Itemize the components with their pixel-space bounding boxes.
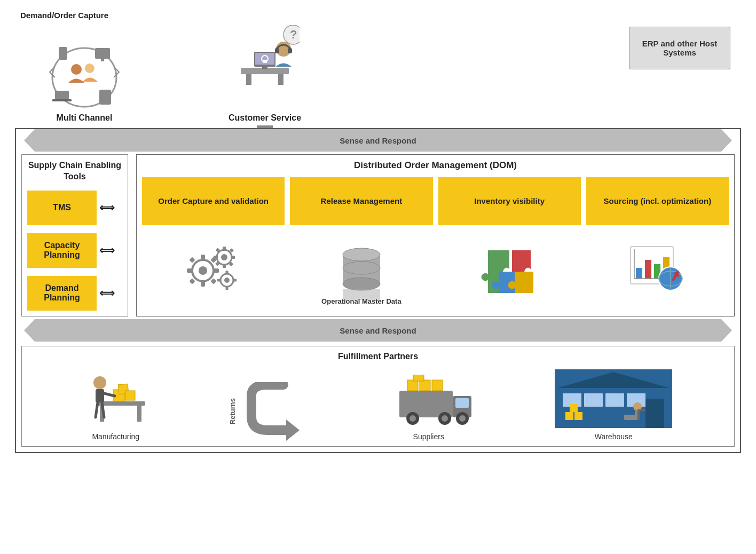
svg-rect-16 (263, 60, 267, 63)
gears-icon (184, 244, 243, 297)
svg-rect-71 (96, 389, 104, 402)
capacity-arrow: ⟺ (99, 244, 115, 257)
puzzle-icon (480, 244, 539, 297)
svg-rect-69 (125, 391, 135, 400)
suppliers-label: Suppliers (413, 432, 444, 441)
svg-rect-102 (624, 415, 637, 420)
svg-rect-1 (95, 48, 110, 59)
left-sidebar: Supply Chain Enabling Tools TMS ⟺ Capaci… (21, 154, 128, 316)
multi-channel-icon (47, 43, 122, 112)
customer-service-icon: ? (230, 25, 300, 89)
svg-marker-75 (286, 420, 300, 441)
main-area: Sense and Respond Supply Chain Enabling … (15, 128, 741, 453)
database-icon-item: Operational Master Data (290, 239, 432, 305)
manufacturing-icon (84, 369, 148, 428)
svg-rect-47 (217, 279, 221, 282)
svg-rect-32 (210, 278, 216, 284)
svg-point-7 (71, 64, 82, 75)
svg-rect-14 (262, 67, 267, 69)
manufacturing-item: Manufacturing (84, 369, 148, 441)
capacity-box: Capacity Planning (27, 233, 97, 268)
dom-box-3: Sourcing (incl. optimization) (586, 177, 729, 225)
svg-rect-98 (574, 412, 582, 420)
sense-respond-bottom-label: Sense and Respond (340, 326, 416, 335)
svg-rect-93 (584, 393, 603, 407)
dom-box-1: Release Management (290, 177, 432, 225)
bottom-arrow-middle: Sense and Respond (35, 319, 721, 342)
dom-yellow-boxes: Order Capture and validation Release Man… (142, 177, 729, 225)
database-icon (335, 239, 388, 303)
svg-rect-94 (605, 393, 624, 407)
svg-point-84 (459, 415, 466, 422)
svg-rect-48 (233, 279, 237, 282)
svg-rect-25 (201, 255, 205, 260)
warehouse-icon (555, 369, 672, 428)
arrow-left-head (24, 129, 35, 152)
returns-arrow-icon (243, 382, 302, 441)
dom-box-2: Inventory visibility (438, 177, 581, 225)
sidebar-item-demand: Demand Planning ⟺ (27, 276, 122, 311)
svg-rect-104 (637, 409, 645, 411)
returns-item: Returns (229, 382, 302, 441)
chart-icon-item (586, 239, 729, 303)
svg-point-34 (221, 254, 227, 260)
svg-point-50 (343, 248, 380, 261)
arrow-middle: Sense and Respond (35, 129, 721, 152)
svg-rect-27 (187, 268, 192, 273)
svg-rect-38 (231, 256, 235, 259)
svg-point-24 (199, 266, 207, 275)
manufacturing-label: Manufacturing (92, 432, 139, 441)
erp-label: ERP and other Host Systems (629, 39, 730, 57)
chart-icon (628, 244, 687, 297)
svg-rect-56 (645, 260, 651, 279)
dom-icons-row: Operational Master Data (142, 233, 729, 311)
svg-rect-85 (407, 380, 418, 391)
dom-title: Distributed Order Management (DOM) (142, 160, 729, 171)
arrow-right-head (721, 129, 732, 152)
svg-point-8 (85, 64, 94, 73)
svg-rect-26 (201, 281, 205, 287)
puzzle-icon-item (438, 239, 581, 303)
svg-point-70 (93, 376, 106, 389)
master-data-label: Operational Master Data (321, 297, 401, 305)
demand-label: Demand/Order Capture (20, 11, 108, 20)
tms-arrow: ⟺ (99, 201, 115, 214)
fulfillment-section: Fulfillment Partners (21, 346, 735, 447)
svg-rect-18 (275, 48, 279, 53)
svg-line-73 (96, 402, 98, 417)
bottom-arrow-right-head (721, 319, 732, 342)
suppliers-item: Suppliers (383, 375, 474, 441)
svg-point-44 (224, 278, 230, 283)
svg-rect-36 (223, 264, 226, 268)
svg-rect-37 (214, 256, 218, 259)
svg-rect-97 (565, 412, 573, 420)
svg-rect-99 (570, 404, 578, 412)
multi-channel-group: Multi Channel (47, 43, 122, 123)
svg-rect-31 (189, 278, 195, 284)
svg-rect-45 (225, 271, 228, 274)
dom-box-0: Order Capture and validation (142, 177, 285, 225)
svg-rect-29 (189, 257, 195, 263)
svg-rect-19 (288, 48, 292, 53)
diagram-container: Demand/Order Capture (10, 5, 746, 453)
sense-respond-arrow-bottom: Sense and Respond (24, 319, 732, 342)
svg-rect-78 (455, 398, 469, 408)
demand-arrow: ⟺ (99, 287, 115, 299)
bottom-arrow-left-head (24, 319, 35, 342)
svg-rect-3 (59, 47, 67, 60)
svg-rect-5 (52, 99, 72, 101)
svg-rect-2 (101, 59, 104, 61)
sense-respond-arrow-top-container: Sense and Respond (24, 129, 732, 152)
suppliers-icon (383, 375, 474, 428)
svg-text:?: ? (290, 28, 297, 41)
svg-rect-11 (278, 74, 284, 85)
svg-rect-96 (645, 399, 664, 428)
demand-box: Demand Planning (27, 276, 97, 311)
svg-point-52 (343, 278, 380, 290)
svg-rect-66 (137, 406, 141, 422)
customer-service-group: ? Customer Service (229, 25, 301, 123)
erp-box: ERP and other Host Systems (629, 27, 730, 69)
sidebar-items: TMS ⟺ Capacity Planning ⟺ Demand Plannin… (27, 191, 122, 311)
svg-rect-88 (413, 375, 424, 381)
sidebar-item-tms: TMS ⟺ (27, 191, 122, 225)
